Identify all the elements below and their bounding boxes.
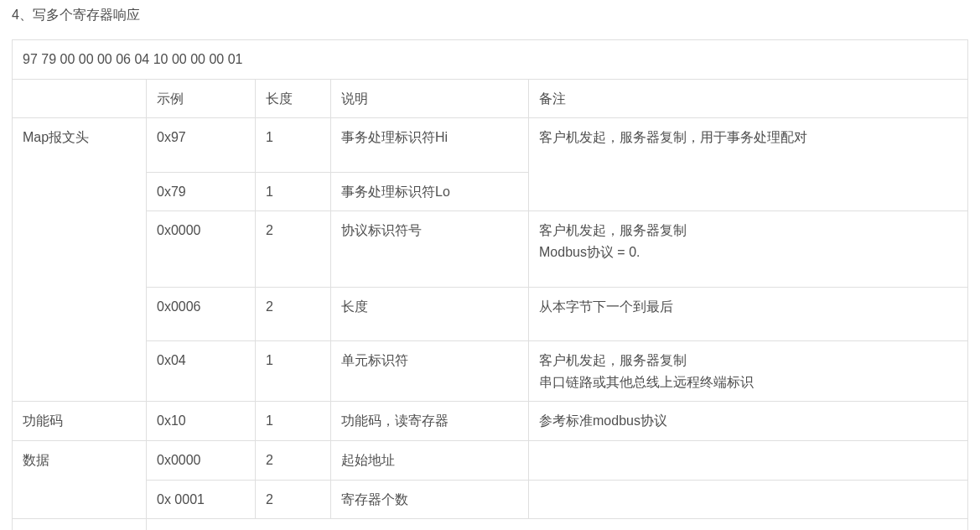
protocol-table: 97 79 00 00 00 06 04 10 00 00 00 01 示例 长… <box>12 39 968 530</box>
cell-note: 参考标准modbus协议 <box>529 402 968 441</box>
header-blank <box>13 79 147 118</box>
cell-note <box>529 440 968 480</box>
cell-length: 1 <box>256 341 331 402</box>
cell-note: 从本字节下一个到最后 <box>529 287 968 341</box>
cell-note: 客户机发起，服务器复制 串口链路或其他总线上远程终端标识 <box>529 341 968 402</box>
cell-empty <box>147 519 968 530</box>
table-row: Map报文头 0x97 1 事务处理标识符Hi 客户机发起，服务器复制，用于事务… <box>13 118 968 173</box>
cell-description: 事务处理标识符Hi <box>331 118 529 173</box>
cell-note: 客户机发起，服务器复制，用于事务处理配对 <box>529 118 968 211</box>
note-line: 客户机发起，服务器复制 <box>539 350 957 372</box>
cell-description: 协议标识符号 <box>331 211 529 287</box>
cell-length: 1 <box>256 402 331 441</box>
cell-example: 0x0000 <box>147 440 256 480</box>
header-description: 说明 <box>331 79 529 118</box>
cell-example: 0x 0001 <box>147 480 256 519</box>
cell-length: 2 <box>256 480 331 519</box>
raw-bytes: 97 79 00 00 00 06 04 10 00 00 00 01 <box>13 40 968 80</box>
cell-note: 客户机发起，服务器复制 Modbus协议 = 0. <box>529 211 968 287</box>
table-row: 0x0006 2 长度 从本字节下一个到最后 <box>13 287 968 341</box>
cell-description: 长度 <box>331 287 529 341</box>
cell-length: 2 <box>256 287 331 341</box>
cell-length: 1 <box>256 172 331 211</box>
cell-description: 事务处理标识符Lo <box>331 172 529 211</box>
note-line: 串口链路或其他总线上远程终端标识 <box>539 372 957 393</box>
cell-example: 0x10 <box>147 402 256 441</box>
cell-example: 0x97 <box>147 118 256 173</box>
header-note: 备注 <box>529 79 968 118</box>
cell-example: 0x0006 <box>147 287 256 341</box>
note-line: Modbus协议 = 0. <box>539 242 957 263</box>
group-data: 数据 <box>13 440 147 518</box>
cell-example: 0x79 <box>147 172 256 211</box>
header-row: 示例 长度 说明 备注 <box>13 79 968 118</box>
cell-length: 1 <box>256 118 331 173</box>
cell-note <box>529 480 968 519</box>
cell-description: 功能码，读寄存器 <box>331 402 529 441</box>
cell-description: 寄存器个数 <box>331 480 529 519</box>
header-example: 示例 <box>147 79 256 118</box>
table-row: 0x 0001 2 寄存器个数 <box>13 480 968 519</box>
section-title: 4、写多个寄存器响应 <box>12 7 968 24</box>
cell-example: 0x04 <box>147 341 256 402</box>
group-check: 校验 <box>13 519 147 530</box>
table-row: 0x0000 2 协议标识符号 客户机发起，服务器复制 Modbus协议 = 0… <box>13 211 968 287</box>
cell-example: 0x0000 <box>147 211 256 287</box>
cell-length: 2 <box>256 211 331 287</box>
note-line: 客户机发起，服务器复制 <box>539 220 957 242</box>
header-length: 长度 <box>256 79 331 118</box>
table-row: 功能码 0x10 1 功能码，读寄存器 参考标准modbus协议 <box>13 402 968 441</box>
cell-description: 起始地址 <box>331 440 529 480</box>
group-function: 功能码 <box>13 402 147 441</box>
group-map-header: Map报文头 <box>13 118 147 402</box>
table-row: 校验 <box>13 519 968 530</box>
table-row: 0x04 1 单元标识符 客户机发起，服务器复制 串口链路或其他总线上远程终端标… <box>13 341 968 402</box>
cell-length: 2 <box>256 440 331 480</box>
cell-description: 单元标识符 <box>331 341 529 402</box>
raw-bytes-row: 97 79 00 00 00 06 04 10 00 00 00 01 <box>13 40 968 80</box>
table-row: 数据 0x0000 2 起始地址 <box>13 440 968 480</box>
